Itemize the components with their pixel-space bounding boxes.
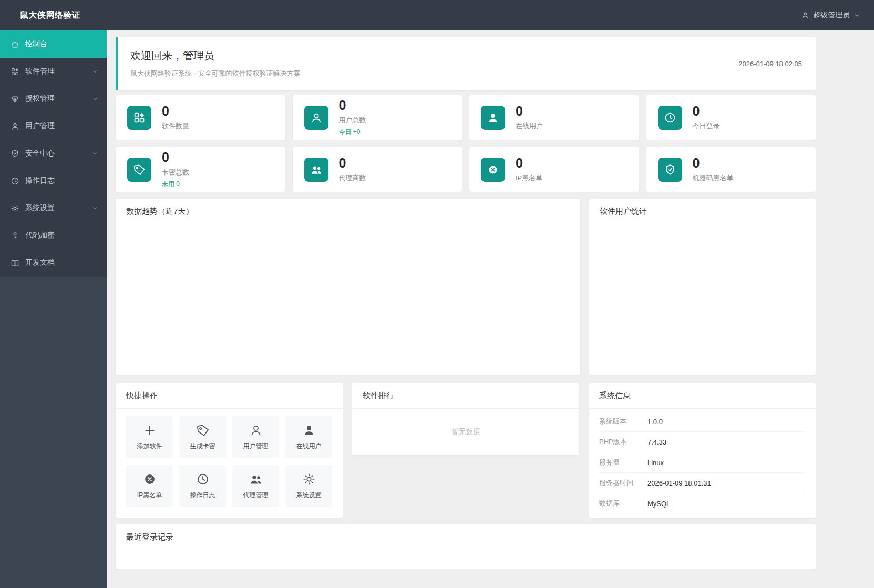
user-icon (801, 11, 809, 19)
tag-icon (195, 422, 210, 438)
tag-icon (127, 158, 151, 182)
stat-label: 在线用户 (516, 121, 543, 131)
sidebar: 控制台 软件管理 授权管理 用户管理 安全中心 操作日志 系统设置 (0, 30, 107, 588)
info-value: 2026-01-09 18:01:31 (647, 479, 711, 487)
panel-title: 最近登录记录 (116, 524, 816, 550)
stat-card-machine-blacklist: 0 机器码黑名单 (646, 147, 816, 192)
stat-sub: 今日 +0 (339, 128, 366, 137)
gear-icon (302, 472, 316, 486)
user-outline-icon (304, 106, 328, 130)
gear-icon (11, 204, 19, 213)
clock-icon (11, 177, 19, 185)
clock-icon (196, 472, 210, 486)
stat-card-today-logins: 0 今日登录 (646, 95, 816, 140)
user-name: 超级管理员 (813, 11, 850, 20)
sidebar-item-security[interactable]: 安全中心 (0, 140, 107, 167)
quick-action-user-management[interactable]: 用户管理 (232, 416, 279, 458)
quick-action-operation-logs[interactable]: 操作日志 (179, 465, 226, 507)
trend-chart-panel: 数据趋势（近7天） (116, 199, 580, 375)
system-info-row: PHP版本 7.4.33 (599, 432, 805, 452)
user-outline-icon (249, 424, 263, 437)
stat-label: 机器码黑名单 (693, 173, 734, 183)
quick-action-system-settings[interactable]: 系统设置 (285, 465, 332, 507)
chevron-down-icon (92, 150, 98, 157)
sidebar-item-label: 开发文档 (25, 258, 98, 267)
stat-label: IP黑名单 (516, 173, 542, 183)
sidebar-item-dashboard[interactable]: 控制台 (0, 30, 107, 58)
quick-actions-grid: 添加软件 生成卡密 用户管理 在线用户 IP黑名单 (116, 409, 343, 518)
sidebar-item-label: 用户管理 (25, 121, 98, 131)
info-label: PHP版本 (599, 437, 647, 447)
quick-action-label: 系统设置 (296, 491, 322, 500)
stat-value: 0 (516, 156, 542, 170)
panel-title: 系统信息 (589, 383, 816, 409)
stat-value: 0 (162, 150, 189, 164)
quick-action-agent-management[interactable]: 代理管理 (232, 465, 279, 507)
stat-card-agents: 0 代理商数 (293, 147, 462, 192)
sidebar-item-users[interactable]: 用户管理 (0, 112, 107, 140)
top-header: 鼠大侠网络验证 超级管理员 (0, 0, 874, 30)
sidebar-item-software[interactable]: 软件管理 (0, 58, 107, 85)
system-info-row: 系统版本 1.0.0 (599, 411, 805, 432)
software-users-panel: 软件用户统计 (589, 199, 816, 375)
sidebar-item-dev-docs[interactable]: 开发文档 (0, 249, 107, 276)
system-info-row: 数据库 MySQL (599, 493, 805, 513)
sidebar-item-authorization[interactable]: 授权管理 (0, 85, 107, 112)
welcome-banner: 欢迎回来，管理员 鼠大侠网络验证系统 · 安全可靠的软件授权验证解决方案 202… (116, 37, 816, 90)
sidebar-item-settings[interactable]: 系统设置 (0, 194, 107, 222)
stat-sub: 未用 0 (162, 180, 189, 189)
shield-check-icon (658, 158, 682, 182)
sidebar-item-label: 代码加密 (25, 231, 98, 240)
current-datetime: 2026-01-09 18:02:05 (738, 60, 802, 68)
quick-action-label: 代理管理 (243, 491, 269, 500)
stat-card-software-count: 0 软件数量 (116, 95, 285, 140)
quick-action-generate-keys[interactable]: 生成卡密 (179, 416, 226, 458)
bottom-row: 快捷操作 添加软件 生成卡密 用户管理 在线用户 (116, 383, 816, 518)
software-ranking-panel: 软件排行 暂无数据 (352, 383, 579, 455)
system-info-list: 系统版本 1.0.0 PHP版本 7.4.33 服务器 Linux 服务器时间 … (589, 409, 816, 518)
quick-action-add-software[interactable]: 添加软件 (126, 416, 173, 458)
user-solid-icon (302, 424, 316, 437)
stat-card-ip-blacklist: 0 IP黑名单 (469, 147, 639, 192)
sidebar-item-label: 安全中心 (25, 149, 92, 158)
users-icon (304, 158, 328, 182)
stat-card-card-keys: 0 卡密总数 未用 0 (116, 147, 285, 192)
quick-action-label: 用户管理 (243, 442, 269, 451)
quick-action-label: 添加软件 (137, 442, 162, 451)
apps-icon (127, 106, 151, 130)
system-info-row: 服务器时间 2026-01-09 18:01:31 (599, 473, 805, 493)
ranking-body: 暂无数据 (352, 409, 579, 455)
quick-action-label: IP黑名单 (137, 491, 162, 500)
user-dropdown[interactable]: 超级管理员 (801, 11, 874, 20)
info-value: MySQL (647, 500, 670, 508)
stat-label: 卡密总数 (162, 168, 189, 177)
stat-card-total-users: 0 用户总数 今日 +0 (293, 95, 462, 140)
sidebar-item-label: 系统设置 (25, 203, 92, 213)
circle-x-icon (143, 472, 157, 486)
software-users-chart-area (589, 224, 816, 373)
stat-value: 0 (516, 104, 543, 118)
sidebar-menu: 控制台 软件管理 授权管理 用户管理 安全中心 操作日志 系统设置 (0, 30, 107, 277)
info-label: 数据库 (599, 499, 647, 508)
stat-value: 0 (339, 98, 366, 112)
info-value: Linux (647, 459, 664, 467)
plus-icon (143, 424, 157, 437)
stat-value: 0 (693, 104, 720, 118)
sidebar-item-code-encrypt[interactable]: 代码加密 (0, 222, 107, 249)
quick-action-label: 操作日志 (190, 491, 215, 500)
sidebar-item-label: 控制台 (25, 39, 98, 49)
home-icon (11, 40, 19, 49)
panel-title: 快捷操作 (116, 383, 343, 409)
charts-row: 数据趋势（近7天） 软件用户统计 (116, 199, 816, 375)
panel-title: 软件排行 (352, 383, 579, 409)
stat-value: 0 (162, 104, 189, 118)
quick-action-online-users[interactable]: 在线用户 (285, 416, 332, 458)
user-solid-icon (481, 106, 505, 130)
sidebar-item-logs[interactable]: 操作日志 (0, 167, 107, 194)
panel-title: 数据趋势（近7天） (116, 199, 580, 224)
quick-action-ip-blacklist[interactable]: IP黑名单 (126, 465, 173, 507)
clock-icon (658, 106, 682, 130)
quick-action-label: 生成卡密 (190, 442, 215, 451)
info-label: 系统版本 (599, 417, 647, 426)
users-icon (249, 472, 263, 486)
